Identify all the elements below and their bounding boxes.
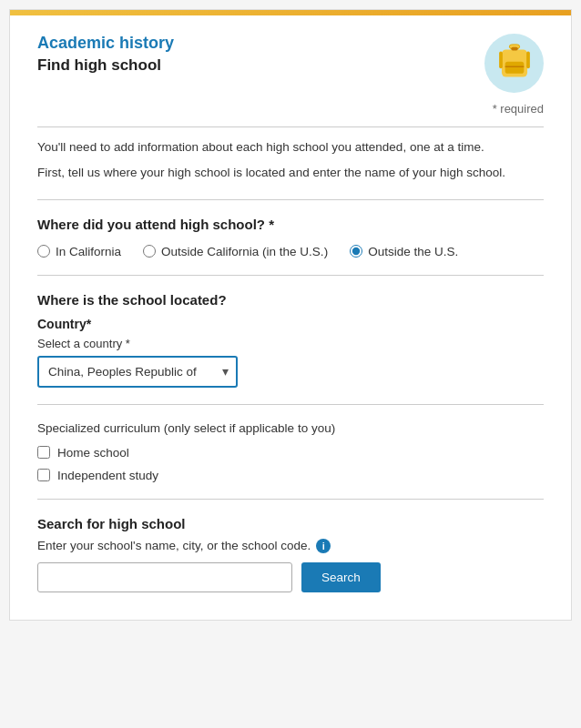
- country-select[interactable]: China, Peoples Republic of United States…: [37, 356, 238, 388]
- academic-history-title: Academic history: [37, 34, 174, 53]
- radio-group-attend: In California Outside California (in the…: [37, 245, 544, 258]
- where-located-section: Where is the school located? Country* Se…: [37, 292, 544, 388]
- search-button[interactable]: Search: [301, 562, 381, 592]
- checkbox-homeschool-input[interactable]: [37, 446, 50, 459]
- radio-outside-us[interactable]: Outside the U.S.: [350, 245, 458, 258]
- radio-outside-us-input[interactable]: [350, 245, 362, 258]
- content-area: Academic history Find high school: [10, 15, 571, 620]
- country-select-wrapper[interactable]: China, Peoples Republic of United States…: [37, 356, 238, 388]
- checkbox-homeschool-label: Home school: [57, 446, 129, 460]
- divider-5: [37, 499, 544, 500]
- required-note: * required: [37, 102, 544, 116]
- where-attend-question: Where did you attend high school? *: [37, 217, 544, 232]
- page-container: Academic history Find high school: [9, 9, 572, 621]
- instruction-line1: You'll need to add information about eac…: [37, 138, 544, 157]
- radio-in-california[interactable]: In California: [37, 245, 121, 258]
- svg-rect-5: [526, 51, 530, 68]
- search-input-row: Search: [37, 562, 544, 592]
- radio-outside-california-input[interactable]: [143, 245, 156, 258]
- radio-outside-california-label: Outside California (in the U.S.): [161, 245, 328, 258]
- search-instruction: Enter your school's name, city, or the s…: [37, 539, 544, 553]
- info-icon: i: [316, 539, 331, 553]
- backpack-icon: [484, 34, 544, 93]
- where-attend-section: Where did you attend high school? * In C…: [37, 217, 544, 258]
- radio-in-california-input[interactable]: [37, 245, 50, 258]
- find-highschool-title: Find high school: [37, 56, 174, 75]
- where-located-title: Where is the school located?: [37, 292, 544, 308]
- specialized-label: Specialized curriculum (only select if a…: [37, 421, 544, 435]
- divider-1: [37, 126, 544, 127]
- svg-rect-4: [499, 51, 503, 68]
- checkbox-independent-study-input[interactable]: [37, 469, 50, 481]
- radio-in-california-label: In California: [56, 245, 121, 258]
- header-titles: Academic history Find high school: [37, 34, 174, 75]
- divider-3: [37, 275, 544, 276]
- checkbox-group: Home school Independent study: [37, 446, 544, 482]
- search-input[interactable]: [37, 562, 292, 592]
- search-section-title: Search for high school: [37, 516, 544, 531]
- svg-rect-6: [511, 47, 518, 51]
- divider-2: [37, 199, 544, 200]
- svg-rect-2: [505, 62, 524, 74]
- divider-4: [37, 404, 544, 405]
- checkbox-independent-study[interactable]: Independent study: [37, 469, 544, 482]
- checkbox-independent-study-label: Independent study: [57, 469, 158, 482]
- header-row: Academic history Find high school: [37, 34, 544, 93]
- checkbox-homeschool[interactable]: Home school: [37, 446, 544, 460]
- radio-outside-california[interactable]: Outside California (in the U.S.): [143, 245, 328, 258]
- search-section: Search for high school Enter your school…: [37, 516, 544, 592]
- instruction-line2: First, tell us where your high school is…: [37, 164, 544, 182]
- country-label: Country*: [37, 317, 544, 331]
- select-country-label: Select a country *: [37, 337, 544, 350]
- specialized-section: Specialized curriculum (only select if a…: [37, 421, 544, 482]
- radio-outside-us-label: Outside the U.S.: [368, 245, 458, 258]
